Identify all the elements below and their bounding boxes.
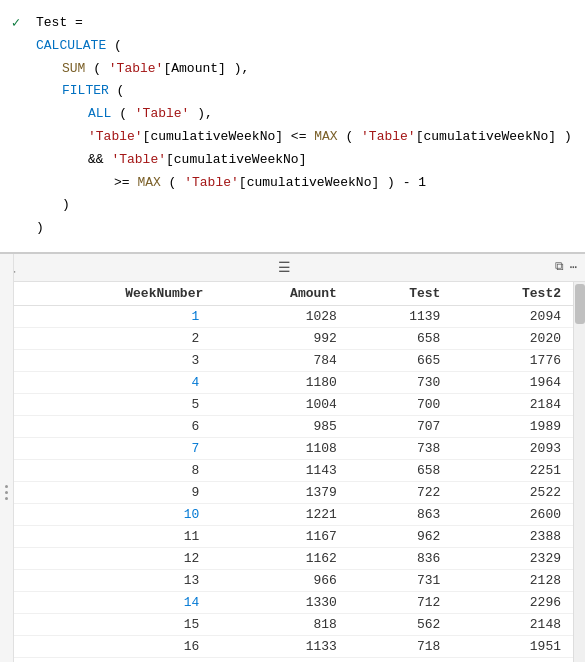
cell-week: 4 bbox=[14, 371, 211, 393]
table-row: 1413307122296 bbox=[14, 591, 573, 613]
cell-test2: 2342 bbox=[452, 657, 573, 662]
cell-test: 707 bbox=[349, 415, 452, 437]
cell-amount: 1028 bbox=[211, 305, 349, 327]
cell-amount: 818 bbox=[211, 613, 349, 635]
cell-week: 6 bbox=[14, 415, 211, 437]
handle-dot bbox=[5, 497, 8, 500]
code-line-3: SUM ( 'Table'[Amount] ), bbox=[36, 58, 585, 81]
col-header-amount: Amount bbox=[211, 282, 349, 306]
cell-test: 731 bbox=[349, 569, 452, 591]
cell-week: 14 bbox=[14, 591, 211, 613]
cell-amount: 1221 bbox=[211, 503, 349, 525]
toolbar-right: ⧉ ⋯ bbox=[555, 260, 577, 275]
cell-amount: 784 bbox=[211, 349, 349, 371]
code-text: ) bbox=[36, 195, 70, 216]
code-line-1: Test = bbox=[36, 12, 585, 35]
cell-amount: 985 bbox=[211, 415, 349, 437]
cell-week: 7 bbox=[14, 437, 211, 459]
table-row: 811436582251 bbox=[14, 459, 573, 481]
more-options-icon[interactable]: ⋯ bbox=[570, 260, 577, 275]
table-row: 37846651776 bbox=[14, 349, 573, 371]
left-resize-handle[interactable] bbox=[0, 254, 14, 662]
handle-dot bbox=[5, 485, 8, 488]
table-row: 139667312128 bbox=[14, 569, 573, 591]
cell-test2: 2094 bbox=[452, 305, 573, 327]
cell-test: 836 bbox=[349, 547, 452, 569]
code-text: Test = bbox=[36, 13, 83, 34]
col-header-test: Test bbox=[349, 282, 452, 306]
table-row: 913797222522 bbox=[14, 481, 573, 503]
expand-icon[interactable]: ⧉ bbox=[555, 260, 564, 274]
code-line-10: ) bbox=[36, 217, 585, 240]
cell-test: 700 bbox=[349, 393, 452, 415]
table-row: 411807301964 bbox=[14, 371, 573, 393]
cell-week: 10 bbox=[14, 503, 211, 525]
cell-test2: 1964 bbox=[452, 371, 573, 393]
cell-week: 16 bbox=[14, 635, 211, 657]
code-line-8: >= MAX ( 'Table'[cumulativeWeekNo] ) - 1 bbox=[36, 172, 585, 195]
vertical-scrollbar[interactable] bbox=[573, 282, 585, 662]
cell-test: 730 bbox=[349, 371, 452, 393]
code-line-4: FILTER ( bbox=[36, 80, 585, 103]
cell-amount: 1167 bbox=[211, 525, 349, 547]
code-line-6: 'Table'[cumulativeWeekNo] <= MAX ( 'Tabl… bbox=[36, 126, 585, 149]
table-row: 69857071989 bbox=[14, 415, 573, 437]
cell-week: 2 bbox=[14, 327, 211, 349]
cell-amount: 1162 bbox=[211, 547, 349, 569]
cell-test2: 2020 bbox=[452, 327, 573, 349]
cell-week: 15 bbox=[14, 613, 211, 635]
cell-amount: 1379 bbox=[211, 481, 349, 503]
table-scroll-area[interactable]: WeekNumber Amount Test Test2 11028113920… bbox=[14, 282, 573, 662]
cell-amount: 966 bbox=[211, 569, 349, 591]
table-row: 158185622148 bbox=[14, 613, 573, 635]
check-icon: ✓ bbox=[12, 14, 20, 31]
code-text: SUM ( 'Table'[Amount] ), bbox=[36, 59, 249, 80]
cell-test: 962 bbox=[349, 525, 452, 547]
cell-week: 17 bbox=[14, 657, 211, 662]
table-row: 1211628362329 bbox=[14, 547, 573, 569]
data-table-wrapper: WeekNumber Amount Test Test2 11028113920… bbox=[14, 282, 573, 662]
cell-test: 1139 bbox=[349, 305, 452, 327]
cell-week: 5 bbox=[14, 393, 211, 415]
table-row: 1102811392094 bbox=[14, 305, 573, 327]
col-header-weeknumber: WeekNumber bbox=[14, 282, 211, 306]
table-row: 510047002184 bbox=[14, 393, 573, 415]
cell-amount: 1133 bbox=[211, 635, 349, 657]
cell-week: 11 bbox=[14, 525, 211, 547]
table-row: 29926582020 bbox=[14, 327, 573, 349]
code-content[interactable]: Test = CALCULATE ( SUM ( 'Table'[Amount]… bbox=[32, 12, 585, 240]
cell-test: 665 bbox=[349, 349, 452, 371]
table-header: WeekNumber Amount Test Test2 bbox=[14, 282, 573, 306]
cell-test2: 1989 bbox=[452, 415, 573, 437]
code-line-2: CALCULATE ( bbox=[36, 35, 585, 58]
code-text: && 'Table'[cumulativeWeekNo] bbox=[36, 150, 306, 171]
code-line-9: ) bbox=[36, 194, 585, 217]
header-row: WeekNumber Amount Test Test2 bbox=[14, 282, 573, 306]
cell-amount: 1004 bbox=[211, 393, 349, 415]
data-table: WeekNumber Amount Test Test2 11028113920… bbox=[14, 282, 573, 662]
cell-week: 13 bbox=[14, 569, 211, 591]
cell-test2: 2251 bbox=[452, 459, 573, 481]
cell-test: 658 bbox=[349, 459, 452, 481]
table-row: 711087382093 bbox=[14, 437, 573, 459]
handle-dot bbox=[5, 491, 8, 494]
cell-test2: 1951 bbox=[452, 635, 573, 657]
scroll-thumb[interactable] bbox=[575, 284, 585, 324]
hamburger-icon[interactable]: ☰ bbox=[278, 260, 291, 276]
toolbar-menu-icon[interactable]: ☰ bbox=[278, 259, 291, 276]
code-text: CALCULATE ( bbox=[36, 36, 122, 57]
table-row: 1111679622388 bbox=[14, 525, 573, 547]
cell-amount: 1143 bbox=[211, 459, 349, 481]
table-row: 1012218632600 bbox=[14, 503, 573, 525]
cell-amount: 1108 bbox=[211, 437, 349, 459]
code-line-7: && 'Table'[cumulativeWeekNo] bbox=[36, 149, 585, 172]
table-toolbar: ⎯ ☰ ⧉ ⋯ bbox=[0, 254, 585, 282]
code-line-5: ALL ( 'Table' ), bbox=[36, 103, 585, 126]
cell-test: 738 bbox=[349, 437, 452, 459]
cell-amount: 1180 bbox=[211, 371, 349, 393]
table-body: 1102811392094299265820203784665177641180… bbox=[14, 305, 573, 662]
code-text: ALL ( 'Table' ), bbox=[36, 104, 213, 125]
cell-test2: 2184 bbox=[452, 393, 573, 415]
cell-amount: 1330 bbox=[211, 591, 349, 613]
cell-test: 718 bbox=[349, 635, 452, 657]
